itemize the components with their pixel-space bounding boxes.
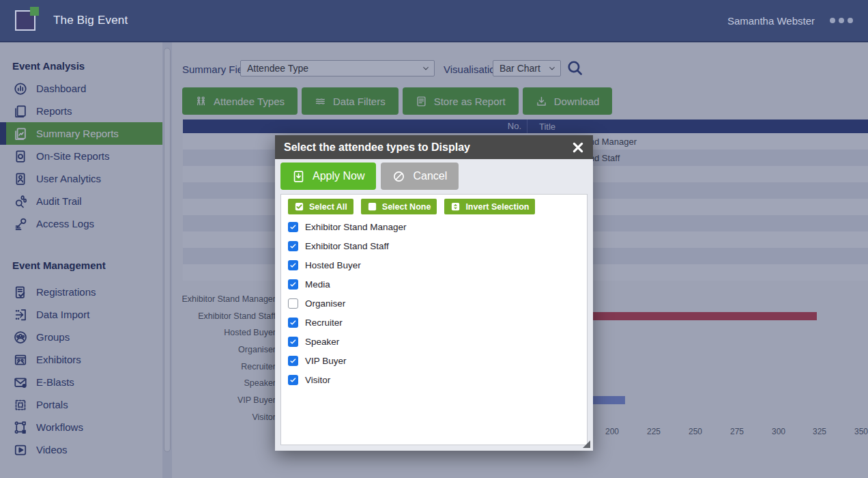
ellipsis-menu-icon[interactable] [830, 18, 853, 23]
select-all-icon [294, 201, 304, 212]
logo-green-square [30, 7, 39, 16]
checkbox-row-hosted-buyer[interactable]: Hosted Buyer [288, 255, 580, 275]
checkbox-vip-buyer[interactable] [288, 356, 298, 366]
checkbox-exhibitor-stand-staff[interactable] [288, 241, 298, 251]
checkbox-label: Recruiter [305, 318, 343, 328]
checkbox-row-organiser[interactable]: Organiser [288, 294, 580, 313]
cancel-label: Cancel [413, 170, 447, 182]
checkbox-organiser[interactable] [288, 298, 298, 309]
checkbox-label: Visitor [305, 375, 330, 385]
close-icon[interactable] [563, 135, 593, 159]
attendee-type-list-panel: Select AllSelect NoneInvert Selection Ex… [280, 194, 588, 445]
attendee-type-checklist: Exhibitor Stand ManagerExhibitor Stand S… [288, 217, 580, 389]
modal-action-row: Apply Now Cancel [280, 163, 588, 190]
checkbox-exhibitor-stand-manager[interactable] [288, 222, 298, 232]
invert-selection-icon [450, 201, 461, 212]
checkbox-label: Exhibitor Stand Manager [305, 222, 407, 232]
selection-button-label: Select None [382, 202, 431, 212]
checkbox-row-exhibitor-stand-manager[interactable]: Exhibitor Stand Manager [288, 217, 580, 236]
checkbox-label: Speaker [305, 337, 339, 347]
apply-now-label: Apply Now [313, 170, 364, 182]
topbar: The Big Event Samantha Webster [0, 0, 868, 42]
select-none-icon [367, 201, 377, 212]
checkbox-row-vip-buyer[interactable]: VIP Buyer [288, 351, 580, 370]
checkbox-recruiter[interactable] [288, 318, 298, 328]
checkbox-row-exhibitor-stand-staff[interactable]: Exhibitor Stand Staff [288, 236, 580, 255]
apply-icon [292, 170, 305, 183]
resize-handle-icon[interactable] [583, 440, 590, 448]
selection-button-label: Invert Selection [465, 202, 529, 212]
cancel-icon [392, 170, 405, 183]
checkbox-row-visitor[interactable]: Visitor [288, 370, 580, 389]
checkbox-row-media[interactable]: Media [288, 275, 580, 294]
user-name[interactable]: Samantha Webster [727, 15, 815, 27]
attendee-types-modal: Select the attendee types to Display App… [275, 135, 593, 451]
close-icon [571, 141, 585, 154]
selection-button-label: Select All [309, 202, 347, 212]
checkbox-speaker[interactable] [288, 337, 298, 347]
checkbox-label: Hosted Buyer [305, 260, 361, 270]
cancel-button[interactable]: Cancel [381, 163, 459, 190]
modal-body: Apply Now Cancel Select AllSelect NoneIn… [275, 159, 593, 451]
selection-button-row: Select AllSelect NoneInvert Selection [288, 199, 580, 214]
apply-now-button[interactable]: Apply Now [280, 163, 376, 190]
invert-selection-button[interactable]: Invert Selection [444, 199, 535, 214]
checkbox-row-speaker[interactable]: Speaker [288, 332, 580, 351]
app-logo-icon [15, 10, 35, 31]
modal-header: Select the attendee types to Display [275, 135, 593, 159]
select-all-button[interactable]: Select All [288, 199, 353, 214]
checkbox-label: VIP Buyer [305, 356, 347, 366]
topbar-right: Samantha Webster [727, 15, 853, 27]
checkbox-media[interactable] [288, 279, 298, 290]
checkbox-label: Exhibitor Stand Staff [305, 241, 389, 251]
checkbox-visitor[interactable] [288, 375, 298, 385]
checkbox-hosted-buyer[interactable] [288, 260, 298, 270]
app-title: The Big Event [53, 14, 128, 27]
modal-title: Select the attendee types to Display [275, 141, 470, 154]
select-none-button[interactable]: Select None [361, 199, 437, 214]
checkbox-label: Media [305, 279, 330, 290]
checkbox-row-recruiter[interactable]: Recruiter [288, 313, 580, 332]
checkbox-label: Organiser [305, 298, 345, 309]
